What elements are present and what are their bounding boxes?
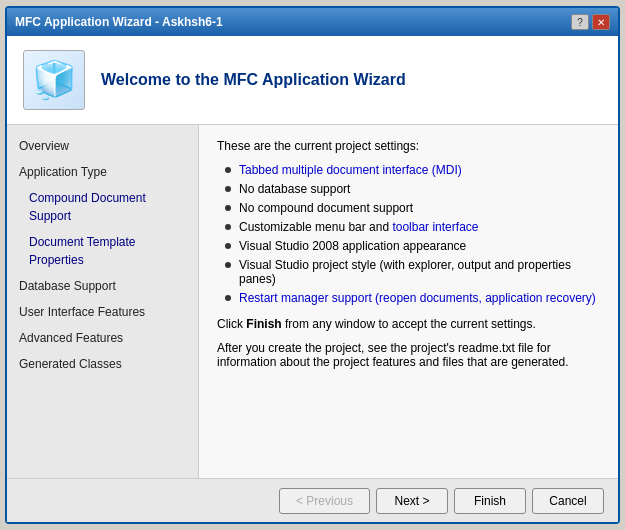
- restart-manager-link[interactable]: Restart manager support (reopen document…: [239, 291, 596, 305]
- readme-note: After you create the project, see the pr…: [217, 341, 600, 369]
- mfc-logo-icon: 🧊: [32, 62, 77, 98]
- mdi-link[interactable]: Tabbed multiple document interface (MDI): [239, 163, 462, 177]
- bullet-icon: [225, 224, 231, 230]
- list-item: No database support: [225, 182, 600, 196]
- finish-button[interactable]: Finish: [454, 488, 526, 514]
- sidebar-item-compound-document-support[interactable]: Compound Document Support: [7, 185, 198, 229]
- sidebar: OverviewApplication TypeCompound Documen…: [7, 125, 199, 478]
- close-button[interactable]: ✕: [592, 14, 610, 30]
- bullet-icon: [225, 295, 231, 301]
- content-area: These are the current project settings: …: [199, 125, 618, 478]
- title-bar: MFC Application Wizard - Askhsh6-1 ? ✕: [7, 8, 618, 36]
- list-item: Tabbed multiple document interface (MDI): [225, 163, 600, 177]
- list-item: Visual Studio 2008 application appearanc…: [225, 239, 600, 253]
- list-item: Restart manager support (reopen document…: [225, 291, 600, 305]
- sidebar-item-application-type[interactable]: Application Type: [7, 159, 198, 185]
- sidebar-item-generated-classes[interactable]: Generated Classes: [7, 351, 198, 377]
- wizard-title: Welcome to the MFC Application Wizard: [101, 71, 406, 89]
- cancel-button[interactable]: Cancel: [532, 488, 604, 514]
- bullet-text: Visual Studio 2008 application appearanc…: [239, 239, 466, 253]
- bullet-icon: [225, 205, 231, 211]
- bullet-text: Visual Studio project style (with explor…: [239, 258, 600, 286]
- wizard-content: 🧊 Welcome to the MFC Application Wizard …: [7, 36, 618, 522]
- settings-intro: These are the current project settings:: [217, 139, 600, 153]
- main-area: OverviewApplication TypeCompound Documen…: [7, 125, 618, 478]
- bullet-text: Customizable menu bar and toolbar interf…: [239, 220, 478, 234]
- footer: < Previous Next > Finish Cancel: [7, 478, 618, 522]
- bullet-icon: [225, 262, 231, 268]
- help-button[interactable]: ?: [571, 14, 589, 30]
- bullet-text: No database support: [239, 182, 350, 196]
- finish-note: Click Finish from any window to accept t…: [217, 317, 600, 331]
- main-window: MFC Application Wizard - Askhsh6-1 ? ✕ 🧊…: [5, 6, 620, 524]
- list-item: No compound document support: [225, 201, 600, 215]
- sidebar-item-database-support[interactable]: Database Support: [7, 273, 198, 299]
- header-area: 🧊 Welcome to the MFC Application Wizard: [7, 36, 618, 125]
- sidebar-item-user-interface-features[interactable]: User Interface Features: [7, 299, 198, 325]
- logo-box: 🧊: [23, 50, 85, 110]
- settings-list: Tabbed multiple document interface (MDI)…: [225, 163, 600, 305]
- next-button[interactable]: Next >: [376, 488, 448, 514]
- list-item: Visual Studio project style (with explor…: [225, 258, 600, 286]
- sidebar-item-advanced-features[interactable]: Advanced Features: [7, 325, 198, 351]
- title-controls: ? ✕: [571, 14, 610, 30]
- bullet-icon: [225, 186, 231, 192]
- toolbar-link[interactable]: toolbar interface: [392, 220, 478, 234]
- prev-button[interactable]: < Previous: [279, 488, 370, 514]
- bullet-text: No compound document support: [239, 201, 413, 215]
- bullet-icon: [225, 243, 231, 249]
- sidebar-item-overview[interactable]: Overview: [7, 133, 198, 159]
- list-item: Customizable menu bar and toolbar interf…: [225, 220, 600, 234]
- window-title: MFC Application Wizard - Askhsh6-1: [15, 15, 223, 29]
- sidebar-item-document-template-properties[interactable]: Document Template Properties: [7, 229, 198, 273]
- bullet-icon: [225, 167, 231, 173]
